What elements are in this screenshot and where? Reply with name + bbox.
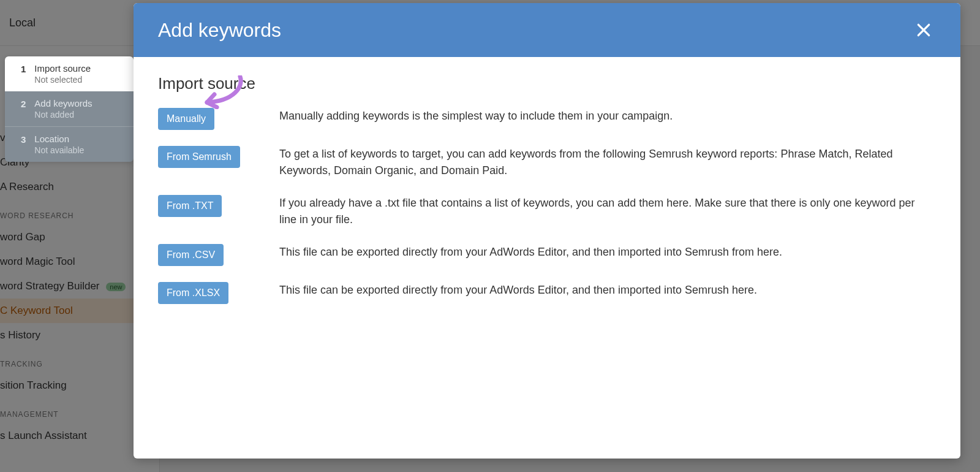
- source-desc: This file can be exported directly from …: [279, 282, 757, 299]
- modal-header: Add keywords: [134, 3, 960, 57]
- wizard-step-number: 3: [21, 134, 26, 145]
- wizard-step-3[interactable]: 3 Location Not available: [5, 126, 134, 162]
- wizard-step-2[interactable]: 2 Add keywords Not added: [5, 91, 134, 126]
- from-semrush-button[interactable]: From Semrush: [158, 146, 240, 168]
- source-desc: This file can be exported directly from …: [279, 244, 782, 261]
- wizard-step-title: Import source: [34, 63, 91, 74]
- wizard-step-subtitle: Not selected: [34, 75, 91, 85]
- source-desc: Manually adding keywords is the simplest…: [279, 108, 673, 124]
- source-desc: If you already have a .txt file that con…: [279, 195, 916, 228]
- source-row-txt: From .TXT If you already have a .txt fil…: [158, 195, 936, 228]
- source-row-manually: Manually Manually adding keywords is the…: [158, 108, 936, 130]
- close-icon: [916, 22, 932, 38]
- section-title: Import source: [158, 74, 255, 93]
- source-row-csv: From .CSV This file can be exported dire…: [158, 244, 936, 266]
- wizard-step-subtitle: Not available: [34, 145, 84, 155]
- wizard-step-1[interactable]: 1 Import source Not selected: [5, 56, 134, 91]
- source-row-semrush: From Semrush To get a list of keywords t…: [158, 146, 936, 179]
- from-xlsx-button[interactable]: From .XLSX: [158, 282, 228, 304]
- source-desc: To get a list of keywords to target, you…: [279, 146, 916, 179]
- wizard-step-title: Add keywords: [34, 98, 92, 108]
- modal-title: Add keywords: [158, 19, 281, 42]
- modal-add-keywords: Add keywords Import source Manually Manu…: [134, 3, 960, 459]
- from-csv-button[interactable]: From .CSV: [158, 244, 224, 266]
- modal-body: Import source Manually Manually adding k…: [134, 57, 960, 337]
- wizard-step-number: 1: [21, 64, 26, 74]
- wizard-step-title: Location: [34, 134, 84, 144]
- from-txt-button[interactable]: From .TXT: [158, 195, 222, 217]
- source-row-xlsx: From .XLSX This file can be exported dir…: [158, 282, 936, 304]
- close-button[interactable]: [911, 18, 936, 42]
- wizard-step-subtitle: Not added: [34, 110, 92, 120]
- wizard-steps: 1 Import source Not selected 2 Add keywo…: [5, 56, 134, 162]
- manually-button[interactable]: Manually: [158, 108, 214, 130]
- wizard-step-number: 2: [21, 99, 26, 109]
